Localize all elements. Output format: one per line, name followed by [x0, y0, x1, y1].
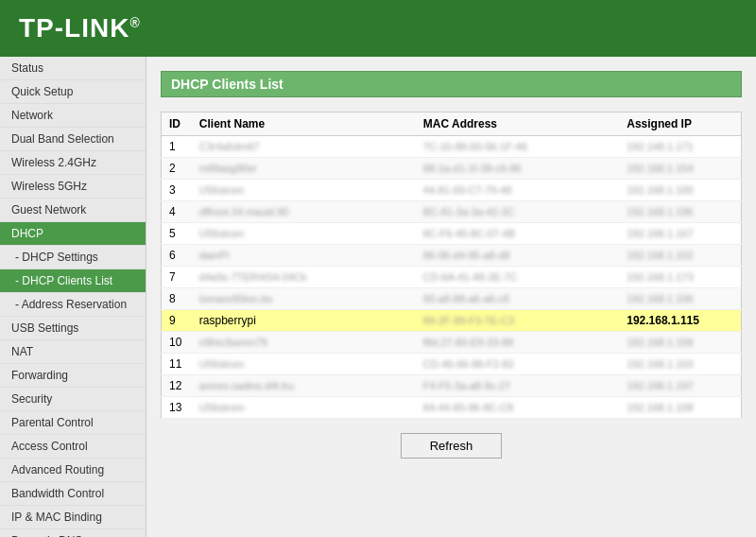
cell-id: 2 [162, 158, 192, 180]
cell-name: daerPi [192, 245, 416, 267]
cell-name: raspberrypi [192, 310, 416, 332]
table-row: 8lomass90ton.bo90-a8-88-a6-a6-c8192.168.… [162, 288, 742, 310]
cell-id: 11 [162, 354, 192, 375]
cell-id: 4 [162, 201, 192, 223]
page-title-bar: DHCP Clients List [161, 71, 742, 97]
cell-name: lomass90ton.bo [192, 288, 416, 310]
header: TP-LINK® [0, 0, 756, 57]
sidebar-item-dhcp-settings[interactable]: - DHCP Settings [0, 246, 146, 269]
table-row: 4dffroot.34.mauid.90BC-81-3a-3a-42-3C192… [162, 201, 742, 223]
col-header-name: Client Name [192, 113, 416, 136]
cell-id: 10 [162, 332, 192, 354]
sidebar-item-dhcp-clients[interactable]: - DHCP Clients List [0, 269, 146, 293]
cell-id: 7 [162, 267, 192, 288]
sidebar-item-dhcp[interactable]: DHCP [0, 222, 146, 246]
sidebar-item-forwarding[interactable]: Forwarding [0, 364, 146, 388]
cell-mac: 86-06-d4-95-a8-d8 [416, 245, 619, 267]
cell-ip: 192.168.1.158 [619, 332, 741, 354]
cell-id: 3 [162, 180, 192, 201]
cell-mac: BC-81-3a-3a-42-3C [416, 201, 619, 223]
cell-name: U56strom [192, 354, 416, 375]
cell-id: 8 [162, 288, 192, 310]
col-header-mac: MAC Address [416, 113, 619, 136]
sidebar-item-parental-control[interactable]: Parental Control [0, 411, 146, 435]
clients-table: ID Client Name MAC Address Assigned IP 1… [161, 112, 742, 419]
cell-name: m89asg90er [192, 158, 416, 180]
sidebar-item-nat[interactable]: NAT [0, 340, 146, 364]
col-header-ip: Assigned IP [619, 113, 741, 136]
cell-mac: 44-81-00-C7-79-48 [416, 180, 619, 201]
cell-mac: 7C-10-88-00-56-1F-46 [416, 136, 619, 158]
col-header-id: ID [162, 113, 192, 136]
cell-id: 12 [162, 375, 192, 397]
cell-mac: 88-1a-d1-1f-38-c6-86 [416, 158, 619, 180]
cell-id: 5 [162, 223, 192, 245]
cell-name: dffroot.34.mauid.90 [192, 201, 416, 223]
sidebar-item-address-reservation[interactable]: - Address Reservation [0, 293, 146, 317]
cell-ip: 192.168.1.108 [619, 397, 741, 419]
table-row: 3U56strom44-81-00-C7-79-48192.168.1.100 [162, 180, 742, 201]
layout: StatusQuick SetupNetworkDual Band Select… [0, 57, 756, 537]
table-row: 13U56strom84-44-85-96-8C-C8192.168.1.108 [162, 397, 742, 419]
sidebar-item-quick-setup[interactable]: Quick Setup [0, 80, 146, 104]
cell-ip: 192.168.1.100 [619, 180, 741, 201]
cell-name: n9hio3senm79 [192, 332, 416, 354]
cell-name: amreo.sadins.d4t.tru [192, 375, 416, 397]
sidebar-item-ip-mac-binding[interactable]: IP & MAC Binding [0, 506, 146, 529]
table-row: 2m89asg90er88-1a-d1-1f-38-c6-86192.168.1… [162, 158, 742, 180]
table-row: 7d4a9s-7TERI4S4-04CkCD-6A-41-48-2E-7C192… [162, 267, 742, 288]
cell-mac: f8d.27-80-E9-33-88 [416, 332, 619, 354]
cell-id: 9 [162, 310, 192, 332]
sidebar-item-guest-network[interactable]: Guest Network [0, 199, 146, 222]
cell-mac: CD-46-66-88-F2-82 [416, 354, 619, 375]
cell-mac: CD-6A-41-48-2E-7C [416, 267, 619, 288]
cell-id: 6 [162, 245, 192, 267]
sidebar-item-wireless-24[interactable]: Wireless 2.4GHz [0, 151, 146, 175]
cell-mac: F4-F5-3a-a8-9c-27 [416, 375, 619, 397]
sidebar-item-security[interactable]: Security [0, 388, 146, 411]
cell-name: U56strom [192, 223, 416, 245]
main-content: DHCP Clients List ID Client Name MAC Add… [146, 57, 756, 537]
table-row: 1C3r4a5dm677C-10-88-00-56-1F-46192.148.1… [162, 136, 742, 158]
cell-ip: 192.168.1.106 [619, 288, 741, 310]
sidebar: StatusQuick SetupNetworkDual Band Select… [0, 57, 146, 537]
sidebar-item-dynamic-dns[interactable]: Dynamic DNS [0, 529, 146, 537]
cell-ip: 192.148.1.171 [619, 136, 741, 158]
table-row: 6daerPi86-06-d4-95-a8-d8192.168.1.102 [162, 245, 742, 267]
page-title: DHCP Clients List [171, 77, 284, 92]
cell-ip: 192.168.1.196 [619, 201, 741, 223]
refresh-area: Refresh [161, 433, 742, 459]
cell-ip: 192.168.1.197 [619, 375, 741, 397]
cell-ip: 192.168.1.167 [619, 223, 741, 245]
sidebar-item-advanced-routing[interactable]: Advanced Routing [0, 459, 146, 482]
cell-name: U56strom [192, 180, 416, 201]
cell-ip: 192.168.1.103 [619, 354, 741, 375]
table-row: 5U56strom8C-F6-40-8C-07-4B192.168.1.167 [162, 223, 742, 245]
table-body: 1C3r4a5dm677C-10-88-00-56-1F-46192.148.1… [162, 136, 742, 419]
sidebar-item-network[interactable]: Network [0, 104, 146, 128]
sidebar-item-dual-band[interactable]: Dual Band Selection [0, 128, 146, 151]
sidebar-item-usb-settings[interactable]: USB Settings [0, 317, 146, 340]
cell-ip: 192.168.1.102 [619, 245, 741, 267]
cell-id: 13 [162, 397, 192, 419]
cell-mac: 8C-F6-40-8C-07-4B [416, 223, 619, 245]
cell-ip: 192.168.1.154 [619, 158, 741, 180]
sidebar-item-access-control[interactable]: Access Control [0, 435, 146, 459]
cell-mac: 90-a8-88-a6-a6-c8 [416, 288, 619, 310]
cell-ip: 192.168.1.173 [619, 267, 741, 288]
table-row: 11U56stromCD-46-66-88-F2-82192.168.1.103 [162, 354, 742, 375]
sidebar-item-bandwidth-control[interactable]: Bandwidth Control [0, 482, 146, 506]
table-row: 10n9hio3senm79f8d.27-80-E9-33-88192.168.… [162, 332, 742, 354]
cell-id: 1 [162, 136, 192, 158]
table-row: 9raspberrypi89-2F-89-F3-7E-C3192.168.1.1… [162, 310, 742, 332]
refresh-button[interactable]: Refresh [401, 433, 503, 459]
sidebar-item-status[interactable]: Status [0, 57, 146, 80]
sidebar-item-wireless-5[interactable]: Wireless 5GHz [0, 175, 146, 199]
logo: TP-LINK® [19, 13, 141, 43]
cell-mac: 84-44-85-96-8C-C8 [416, 397, 619, 419]
cell-name: U56strom [192, 397, 416, 419]
cell-name: C3r4a5dm67 [192, 136, 416, 158]
cell-ip: 192.168.1.115 [619, 310, 741, 332]
cell-name: d4a9s-7TERI4S4-04Ck [192, 267, 416, 288]
cell-mac: 89-2F-89-F3-7E-C3 [416, 310, 619, 332]
